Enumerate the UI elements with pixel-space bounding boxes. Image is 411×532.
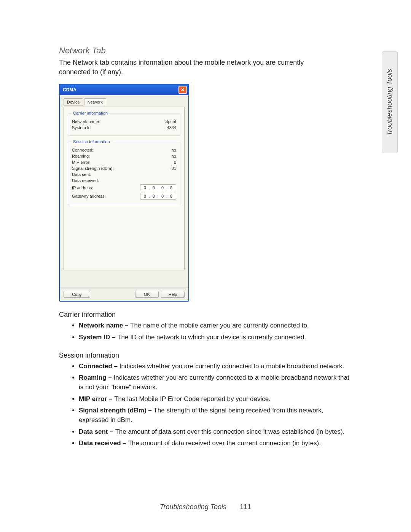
footer-title: Troubleshooting Tools (160, 503, 226, 511)
carrier-info-heading: Carrier information (59, 311, 369, 319)
list-item: MIP error – The last Mobile IP Error Cod… (79, 395, 353, 404)
label-system-id: System Id: (72, 125, 92, 130)
row-connected: Connected: no (72, 148, 176, 152)
page-footer: Troubleshooting Tools 111 (0, 503, 411, 511)
list-item: System ID – The ID of the network to whi… (79, 333, 353, 342)
tab-panel: Carrier information Network name: Sprint… (64, 107, 185, 270)
row-data-received: Data received: (72, 178, 176, 183)
list-item: Signal strength (dBm) – The strength of … (79, 406, 353, 425)
page-number: 111 (240, 503, 251, 511)
list-item: Roaming – Indicates whether you are curr… (79, 373, 353, 392)
row-mip-error: MIP error: 0 (72, 160, 176, 165)
list-item: Data received – The amount of data recei… (79, 439, 353, 448)
ip-address-field[interactable]: 0. 0. 0. 0 (140, 184, 176, 191)
session-info-list: Connected – Indicates whether you are cu… (59, 362, 353, 448)
cdma-dialog: CDMA ✕ Device Network Carrier informatio… (59, 84, 189, 302)
tab-network[interactable]: Network (84, 98, 106, 105)
dialog-footer: Copy OK Help (60, 288, 188, 301)
session-fieldset: Session information Connected: no Roamin… (68, 139, 180, 205)
value-system-id: 4384 (167, 125, 176, 130)
list-item: Connected – Indicates whether you are cu… (79, 362, 353, 371)
row-system-id: System Id: 4384 (72, 125, 176, 130)
session-info-heading: Session information (59, 351, 369, 359)
label-network-name: Network name: (72, 119, 100, 124)
list-item: Network name – The name of the mobile ca… (79, 321, 353, 331)
dialog-body: Device Network Carrier information Netwo… (60, 95, 188, 288)
help-button[interactable]: Help (161, 291, 185, 298)
carrier-fieldset: Carrier information Network name: Sprint… (68, 111, 180, 136)
carrier-info-list: Network name – The name of the mobile ca… (59, 321, 353, 342)
section-intro: The Network tab contains information abo… (59, 58, 325, 77)
gateway-address-field[interactable]: 0. 0. 0. 0 (140, 193, 176, 200)
chapter-side-tab: Troubleshooting Tools (382, 51, 398, 153)
dialog-title: CDMA (63, 87, 76, 93)
chapter-side-tab-label: Troubleshooting Tools (386, 69, 394, 136)
tab-device[interactable]: Device (64, 98, 83, 105)
row-data-sent: Data sent: (72, 172, 176, 177)
list-item: Data sent – The amount of data sent over… (79, 427, 353, 437)
row-network-name: Network name: Sprint (72, 119, 176, 124)
close-icon[interactable]: ✕ (178, 86, 187, 94)
tab-bar: Device Network (64, 98, 185, 105)
dialog-titlebar: CDMA ✕ (60, 85, 188, 95)
value-network-name: Sprint (165, 119, 176, 124)
row-signal-strength: Signal strength (dBm): -81 (72, 166, 176, 171)
session-legend: Session information (72, 139, 111, 144)
carrier-legend: Carrier information (72, 111, 109, 115)
ok-button[interactable]: OK (135, 291, 159, 298)
row-roaming: Roaming: no (72, 154, 176, 158)
copy-button[interactable]: Copy (64, 291, 90, 298)
row-gateway-address: Gateway address: 0. 0. 0. 0 (72, 193, 176, 200)
section-heading: Network Tab (59, 46, 369, 56)
row-ip-address: IP address: 0. 0. 0. 0 (72, 184, 176, 191)
